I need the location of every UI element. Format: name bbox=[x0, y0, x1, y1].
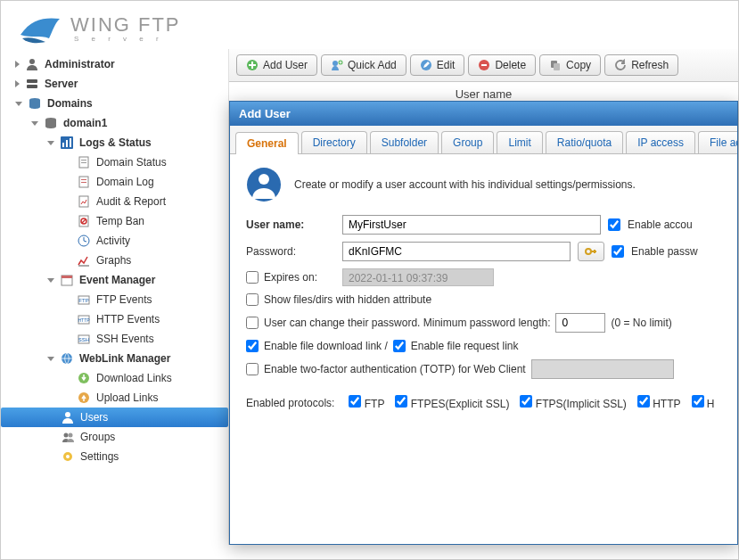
tree-domain-log[interactable]: Domain Log bbox=[1, 172, 228, 192]
tree-administrator[interactable]: Administrator bbox=[1, 54, 228, 74]
tab-directory[interactable]: Directory bbox=[301, 131, 367, 153]
content-area: Add User Quick Add Edit Delete Copy bbox=[228, 49, 738, 545]
delete-button[interactable]: Delete bbox=[468, 54, 536, 76]
svg-rect-11 bbox=[81, 162, 86, 163]
svg-rect-45 bbox=[554, 63, 560, 70]
two-factor-checkbox[interactable] bbox=[246, 363, 259, 375]
two-factor-label: Enable two-factor authentication (TOTP) … bbox=[264, 363, 526, 375]
tree-domain1[interactable]: domain1 bbox=[1, 113, 228, 133]
tree-label: Domain Status bbox=[96, 156, 167, 169]
dialog-title: Add User bbox=[230, 102, 737, 126]
pencil-icon bbox=[420, 59, 432, 71]
show-hidden-checkbox[interactable] bbox=[246, 293, 259, 306]
enable-account-checkbox[interactable] bbox=[608, 218, 620, 231]
quick-add-button[interactable]: Quick Add bbox=[321, 54, 406, 76]
tree-ssh-events[interactable]: SSH SSH Events bbox=[1, 329, 228, 349]
expires-checkbox[interactable] bbox=[246, 271, 259, 284]
chevron-right-icon bbox=[15, 61, 20, 68]
request-link-checkbox[interactable] bbox=[393, 340, 406, 352]
tree-temp-ban[interactable]: Temp Ban bbox=[1, 211, 228, 231]
proto-ftps-checkbox[interactable] bbox=[520, 395, 532, 408]
username-label: User name: bbox=[246, 218, 335, 231]
tree-download-links[interactable]: Download Links bbox=[1, 368, 228, 388]
tab-group[interactable]: Group bbox=[441, 131, 494, 153]
tree-domain-status[interactable]: Domain Status bbox=[1, 152, 228, 172]
graph-icon bbox=[77, 253, 91, 268]
tree-http-events[interactable]: HTTP HTTP Events bbox=[1, 309, 228, 329]
expires-value: 2022-01-11 09:37:39 bbox=[342, 268, 494, 286]
proto-https-checkbox[interactable] bbox=[692, 395, 704, 408]
svg-rect-2 bbox=[27, 85, 37, 88]
refresh-icon bbox=[614, 59, 627, 71]
report-icon bbox=[77, 194, 91, 209]
request-link-label: Enable file request link bbox=[411, 340, 519, 352]
logo-icon bbox=[19, 12, 62, 44]
tree-activity[interactable]: Activity bbox=[1, 231, 228, 251]
logo-area: WING FTP S e r v e r bbox=[1, 1, 738, 49]
download-link-checkbox[interactable] bbox=[246, 340, 259, 352]
copy-button[interactable]: Copy bbox=[539, 54, 601, 76]
tree-event-manager[interactable]: Event Manager bbox=[1, 270, 228, 290]
proto-http-label: HTTP bbox=[653, 398, 680, 410]
add-user-button[interactable]: Add User bbox=[236, 54, 317, 76]
tree-domains[interactable]: Domains bbox=[1, 94, 228, 113]
tree-label: Event Manager bbox=[79, 274, 155, 286]
tab-general[interactable]: General bbox=[235, 132, 299, 154]
svg-text:FTP: FTP bbox=[78, 298, 88, 303]
proto-ftpes-checkbox[interactable] bbox=[395, 395, 407, 408]
tree-ftp-events[interactable]: FTP FTP Events bbox=[1, 290, 228, 309]
refresh-button[interactable]: Refresh bbox=[604, 54, 678, 76]
dialog-body: Create or modify a user account with his… bbox=[230, 154, 737, 544]
tree-graphs[interactable]: Graphs bbox=[1, 251, 228, 270]
min-password-hint: (0 = No limit) bbox=[611, 317, 671, 329]
tree-label: SSH Events bbox=[96, 333, 154, 345]
tree-upload-links[interactable]: Upload Links bbox=[1, 388, 228, 408]
tree-weblink-manager[interactable]: WebLink Manager bbox=[1, 349, 228, 368]
tree-label: Audit & Report bbox=[96, 195, 166, 208]
proto-ftp-checkbox[interactable] bbox=[349, 395, 361, 408]
tree-label: Server bbox=[45, 78, 78, 90]
username-input[interactable] bbox=[342, 215, 601, 235]
proto-ftps-label: FTPS(Implicit SSL) bbox=[536, 398, 627, 410]
svg-point-36 bbox=[69, 433, 73, 438]
page-icon bbox=[77, 155, 91, 169]
tab-file-access[interactable]: File acc bbox=[698, 131, 738, 153]
tab-ip-access[interactable]: IP access bbox=[626, 131, 695, 153]
tree-label: Upload Links bbox=[96, 391, 158, 404]
tree-settings[interactable]: Settings bbox=[1, 447, 228, 466]
tree-label: FTP Events bbox=[96, 293, 152, 306]
svg-point-35 bbox=[64, 433, 69, 438]
password-input[interactable] bbox=[342, 242, 571, 261]
tree-users[interactable]: Users bbox=[1, 408, 228, 427]
enable-password-label: Enable passw bbox=[631, 245, 698, 258]
tab-ratio-quota[interactable]: Ratio/quota bbox=[546, 131, 623, 153]
chevron-right-icon bbox=[15, 80, 20, 87]
proto-http-checkbox[interactable] bbox=[637, 395, 650, 408]
tab-limit[interactable]: Limit bbox=[497, 131, 542, 153]
tab-subfolder[interactable]: Subfolder bbox=[370, 131, 439, 153]
enable-password-checkbox[interactable] bbox=[612, 245, 624, 258]
tree-label: Graphs bbox=[96, 254, 131, 267]
tree-label: Temp Ban bbox=[96, 215, 144, 227]
tree-label: Users bbox=[80, 411, 108, 424]
enable-account-label: Enable accou bbox=[628, 218, 693, 231]
tree-groups[interactable]: Groups bbox=[1, 427, 228, 447]
tree-label: Administrator bbox=[45, 58, 115, 70]
proto-https-label: H bbox=[707, 398, 715, 410]
change-password-checkbox[interactable] bbox=[246, 317, 259, 329]
tree-logs-status[interactable]: Logs & Status bbox=[1, 133, 228, 152]
two-factor-secret-box bbox=[531, 359, 674, 379]
tree-server[interactable]: Server bbox=[1, 74, 228, 94]
ftp-icon: FTP bbox=[77, 292, 91, 307]
ban-icon bbox=[77, 214, 91, 228]
chevron-down-icon bbox=[31, 121, 38, 126]
tree-label: Activity bbox=[96, 235, 130, 247]
chevron-down-icon bbox=[47, 278, 54, 283]
min-password-length-input[interactable] bbox=[555, 313, 605, 333]
generate-password-button[interactable] bbox=[578, 242, 604, 261]
edit-button[interactable]: Edit bbox=[410, 54, 465, 76]
intro-text: Create or modify a user account with his… bbox=[294, 178, 636, 191]
http-icon: HTTP bbox=[77, 312, 91, 326]
tree-audit-report[interactable]: Audit & Report bbox=[1, 192, 228, 211]
svg-rect-8 bbox=[70, 138, 71, 147]
